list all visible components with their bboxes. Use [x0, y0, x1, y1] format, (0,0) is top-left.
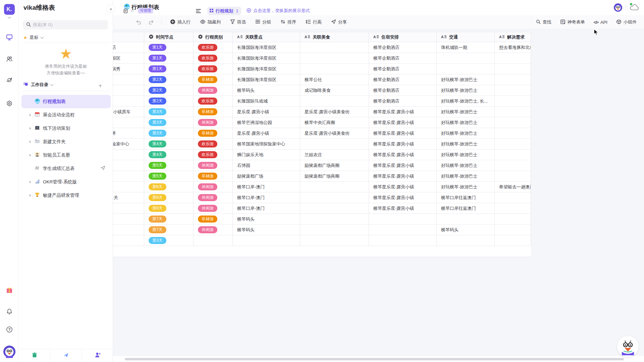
cell-day[interactable]: 第6天 — [144, 182, 194, 192]
cell-day[interactable]: 第3天 — [144, 107, 194, 117]
cell-transport[interactable]: 横琴口岸往返澳门 — [437, 203, 495, 214]
cell-transport[interactable]: 珠机城轨一期 — [437, 42, 495, 53]
cell-need[interactable] — [495, 64, 531, 74]
cell-hotel[interactable]: 横琴星乐度·露营小镇 — [369, 171, 437, 182]
cell-hotel[interactable]: 横琴企鹅酒店 — [369, 74, 437, 85]
cell-hotel[interactable]: 横琴企鹅酒店 — [369, 85, 437, 96]
cell-need[interactable] — [495, 107, 531, 117]
cell-type[interactable]: 菲林游 — [194, 128, 233, 139]
cell-spot[interactable]: 长隆国际马戏城 — [233, 96, 300, 107]
expand-arrow-icon[interactable] — [30, 181, 31, 183]
cell-need[interactable]: 想去看海豚和北极熊 — [495, 42, 531, 53]
user-avatar[interactable] — [3, 345, 16, 358]
cell-need[interactable] — [495, 96, 531, 107]
sidebar-item-7[interactable]: OKR管理-系统版 — [21, 175, 111, 189]
cell-transport[interactable]: 好玩横琴-旅游巴士 — [437, 139, 495, 149]
cell-need[interactable] — [495, 235, 531, 246]
cell-food[interactable]: 兰姐农庄 — [300, 149, 369, 160]
help-icon[interactable]: ? — [6, 326, 13, 333]
cell-food[interactable] — [300, 42, 369, 53]
cell-need[interactable] — [495, 225, 531, 235]
assistant-mascot-badge[interactable] — [617, 336, 639, 357]
cell-food[interactable] — [300, 214, 369, 225]
contacts-icon[interactable] — [6, 55, 13, 63]
view-list-menu-icon[interactable] — [196, 9, 201, 14]
cell-type[interactable]: 休闲游 — [194, 203, 233, 214]
sidebar-item-6[interactable]: 学生成绩汇总表 — [21, 162, 111, 175]
cell-type[interactable]: 休闲游 — [194, 117, 233, 128]
cell-day[interactable]: 第7天 — [144, 225, 194, 235]
cell-type[interactable]: 欢乐游 — [194, 96, 233, 107]
tab-grid-view[interactable]: 行程规划 ⋮ — [207, 7, 241, 15]
cell-type[interactable]: 菲林游 — [194, 107, 233, 117]
cell-spot[interactable]: 长隆国际海洋度假区 — [233, 64, 300, 74]
cell-day[interactable]: 第2天 — [144, 96, 194, 107]
cell-hotel[interactable]: 横琴星乐度·露营小镇 — [369, 139, 437, 149]
cell-food[interactable] — [300, 182, 369, 192]
cell-need[interactable] — [495, 85, 531, 96]
cell-type[interactable]: 菲林游 — [194, 74, 233, 85]
cell-transport[interactable] — [437, 53, 495, 64]
cell-type[interactable]: 欢乐游 — [194, 139, 233, 149]
cell-food[interactable] — [300, 203, 369, 214]
cell-hotel[interactable] — [369, 225, 437, 235]
cell-spot[interactable]: 星乐度·露营小镇 — [233, 128, 300, 139]
cell-type[interactable] — [194, 235, 233, 246]
cell-type[interactable]: 欢乐游 — [194, 64, 233, 74]
cell-day[interactable]: 第2天 — [144, 85, 194, 96]
redo-button[interactable] — [148, 19, 154, 26]
cell-food[interactable]: 成记咖啡美食 — [300, 85, 369, 96]
cell-food[interactable] — [300, 96, 369, 107]
cell-need[interactable] — [495, 192, 531, 203]
toolbar-button-api[interactable]: </>API — [594, 20, 607, 25]
cell-transport[interactable]: 好玩横琴-旅游巴士 — [437, 149, 495, 160]
cell-food[interactable] — [300, 139, 369, 149]
cell-spot[interactable]: 石博园 — [233, 160, 300, 171]
cell-type[interactable]: 休闲游 — [194, 85, 233, 96]
cell-food[interactable]: 横琴公社 — [300, 74, 369, 85]
cell-hotel[interactable]: 横琴星乐度·露营小镇 — [369, 160, 437, 171]
cell-spot[interactable]: 横琴码头 — [233, 214, 300, 225]
cell-day[interactable]: 第1天 — [144, 64, 194, 74]
cell-transport[interactable]: 好玩横琴-旅游巴士 — [437, 85, 495, 96]
expand-arrow-icon[interactable] — [30, 154, 31, 157]
cell-food[interactable] — [300, 64, 369, 74]
cell-transport[interactable]: 好玩横琴-旅游巴士 — [437, 171, 495, 182]
horizontal-scrollbar[interactable] — [125, 358, 624, 360]
cell-spot[interactable]: 横琴芒洲湿地公园 — [233, 117, 300, 128]
cell-need[interactable] — [495, 53, 531, 64]
cell-need[interactable] — [495, 149, 531, 160]
cell-spot[interactable]: 励骏庞都广场 — [233, 171, 300, 182]
workbench-icon[interactable] — [6, 34, 13, 41]
cell-day[interactable]: 第6天 — [144, 203, 194, 214]
sidebar-item-4[interactable]: 新建文件夹 — [21, 135, 111, 148]
cell-need[interactable]: 希望能去一趟澳门 — [495, 182, 531, 192]
cell-food[interactable] — [300, 225, 369, 235]
cell-food[interactable]: 横琴中央汇商圈 — [300, 117, 369, 128]
cell-spot[interactable]: 长隆国际海洋度假区 — [233, 74, 300, 85]
tab-more-icon[interactable]: ⋮ — [235, 9, 239, 13]
cell-transport[interactable]: 好玩横琴-旅游巴士 — [437, 182, 495, 192]
add-node-button[interactable]: + — [99, 82, 102, 89]
cell-day[interactable]: 第1天 — [144, 42, 194, 53]
column-header-food[interactable]: A关联美食 — [300, 32, 369, 42]
cell-day[interactable]: 第6天 — [144, 192, 194, 203]
cell-transport[interactable]: 横琴码头 — [437, 225, 495, 235]
cell-hotel[interactable]: 横琴企鹅酒店 — [369, 42, 437, 53]
cell-type[interactable]: 休闲游 — [194, 182, 233, 192]
cell-need[interactable] — [495, 203, 531, 214]
expand-arrow-icon[interactable] — [30, 127, 31, 130]
cell-need[interactable] — [495, 128, 531, 139]
send-icon[interactable] — [101, 166, 105, 172]
directory-section-header[interactable]: 工作目录 — [23, 81, 53, 88]
cell-spot[interactable]: 横琴国家地理探险家中心 — [233, 139, 300, 149]
cell-type[interactable]: 菲林游 — [194, 214, 233, 225]
trash-button[interactable] — [19, 349, 50, 362]
cell-day[interactable]: 第3天 — [144, 235, 194, 246]
notification-bell-icon[interactable] — [6, 308, 13, 315]
toolbar-button-hide-column[interactable]: 隐藏列 — [200, 19, 221, 25]
expand-arrow-icon[interactable] — [30, 114, 31, 116]
cell-transport[interactable] — [437, 64, 495, 74]
description-icon[interactable] — [123, 8, 128, 15]
cell-day[interactable]: 第5天 — [144, 171, 194, 182]
